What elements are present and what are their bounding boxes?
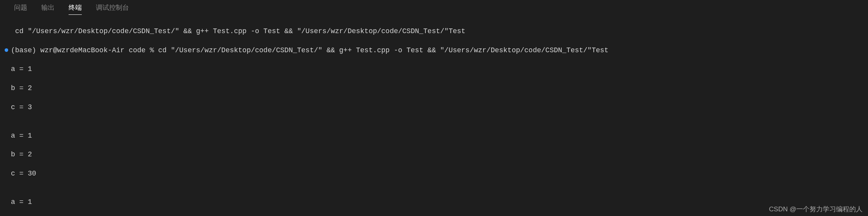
- terminal-prompt-line: (base) wzr@wzrdeMacBook-Air code % cd "/…: [11, 46, 868, 55]
- terminal-line: b = 2: [11, 150, 868, 159]
- tab-problems[interactable]: 问题: [7, 0, 34, 15]
- terminal-line: cd "/Users/wzr/Desktop/code/CSDN_Test/" …: [11, 27, 868, 36]
- terminal-line: c = 3: [11, 103, 868, 112]
- prompt-indicator-icon: [5, 48, 8, 52]
- terminal-line: (base) wzr@wzrdeMacBook-Air code % cd "/…: [11, 46, 609, 54]
- terminal-output[interactable]: cd "/Users/wzr/Desktop/code/CSDN_Test/" …: [0, 15, 868, 216]
- terminal-line: a = 1: [11, 131, 868, 140]
- terminal-line: b = 2: [11, 83, 868, 93]
- panel-tab-bar: 问题 输出 终端 调试控制台: [0, 0, 868, 15]
- tab-debug-console[interactable]: 调试控制台: [89, 0, 136, 15]
- tab-output[interactable]: 输出: [34, 0, 62, 15]
- terminal-line: c = 30: [11, 169, 868, 178]
- terminal-line: a = 1: [11, 197, 868, 207]
- watermark-text: CSDN @一个努力学习编程的人: [769, 205, 863, 214]
- tab-terminal[interactable]: 终端: [62, 0, 89, 15]
- terminal-line: a = 1: [11, 64, 868, 74]
